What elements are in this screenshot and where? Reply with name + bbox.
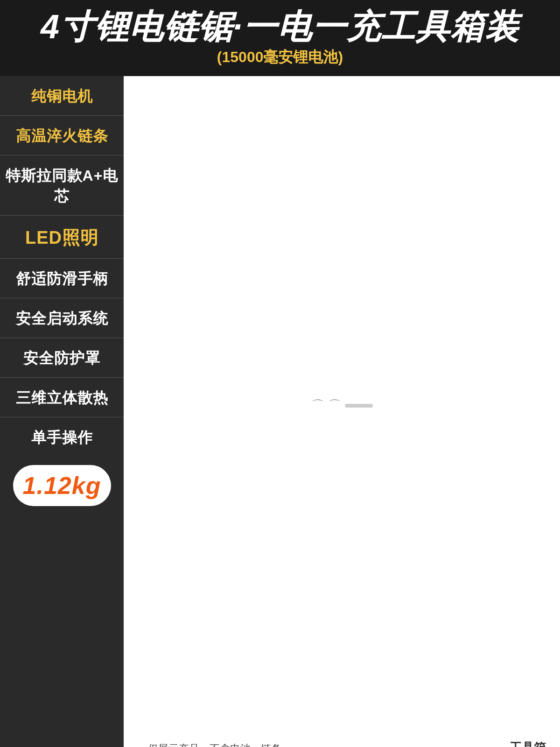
page-subtitle: (15000毫安锂电池) [9,47,551,72]
product-loading-indicator: ⌒ ⌒ [311,397,373,415]
main-layout: 纯铜电机高温淬火链条特斯拉同款A+电芯LED照明舒适防滑手柄安全启动系统安全防护… [0,76,560,747]
feature-text-one-hand-op: 单手操作 [31,429,93,446]
sidebar-feature-high-temp-chain: 高温淬火链条 [0,116,124,155]
feature-text-anti-slip-handle: 舒适防滑手柄 [16,270,108,287]
sidebar-feature-led-light: LED照明 [0,216,124,259]
sidebar-feature-tesla-cell: 特斯拉同款A+电芯 [0,155,124,216]
feature-text-3d-cooling: 三维立体散热 [16,389,108,406]
bottom-bar: ，仅展示产品，不含电池、链条 工具箱 [124,735,560,747]
feature-text-led-light: LED照明 [25,228,98,247]
bracket-right: ⌒ [328,397,341,415]
feature-text-high-temp-chain: 高温淬火链条 [16,127,108,144]
sidebar-feature-pure-copper-motor: 纯铜电机 [0,76,124,116]
feature-text-pure-copper-motor: 纯铜电机 [31,88,93,105]
sidebar-feature-one-hand-op: 单手操作 [0,417,124,457]
sidebar-feature-anti-slip-handle: 舒适防滑手柄 [0,259,124,298]
feature-text-safety-start: 安全启动系统 [16,310,108,327]
page-title: 4寸锂电链锯·一电一充工具箱装 [9,8,551,45]
page-header: 4寸锂电链锯·一电一充工具箱装 (15000毫安锂电池) [0,0,560,76]
sidebar-feature-3d-cooling: 三维立体散热 [0,378,124,417]
feature-text-safety-guard: 安全防护罩 [23,350,100,366]
sidebar-feature-safety-start: 安全启动系统 [0,298,124,338]
weight-value: 1.12kg [23,472,101,499]
dot-line [345,404,373,408]
bottom-note: ，仅展示产品，不含电池、链条 [138,742,281,747]
product-area: ⌒ ⌒ ，仅展示产品，不含电池、链条 工具箱 CAS [124,76,560,747]
sidebar: 纯铜电机高温淬火链条特斯拉同款A+电芯LED照明舒适防滑手柄安全启动系统安全防护… [0,76,124,747]
bracket-left: ⌒ [311,397,324,415]
feature-text-tesla-cell: 特斯拉同款A+电芯 [6,167,119,204]
bottom-label: 工具箱 [510,740,546,747]
weight-badge: 1.12kg [13,465,111,506]
sidebar-feature-safety-guard: 安全防护罩 [0,338,124,378]
